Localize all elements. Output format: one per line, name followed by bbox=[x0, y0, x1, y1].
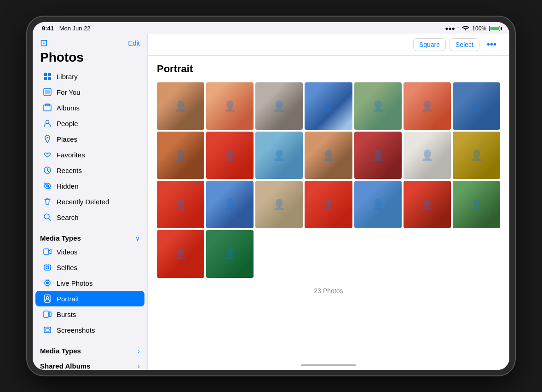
photo-cell-17[interactable] bbox=[255, 181, 303, 228]
svg-point-18 bbox=[46, 282, 49, 284]
svg-rect-5 bbox=[45, 90, 50, 94]
sidebar-nav-screenshots[interactable]: Screenshots bbox=[35, 322, 144, 338]
photo-cell-5[interactable] bbox=[354, 82, 402, 130]
photo-cell-4[interactable] bbox=[305, 82, 352, 130]
photo-placeholder-2 bbox=[206, 82, 254, 130]
library-icon bbox=[43, 72, 52, 81]
photo-placeholder-9 bbox=[206, 132, 254, 179]
photo-placeholder-21 bbox=[453, 181, 500, 228]
media-types-section-2-chevron-icon: › bbox=[138, 347, 140, 355]
svg-rect-2 bbox=[44, 77, 47, 80]
portrait-icon bbox=[43, 294, 52, 303]
sidebar-nav-videos[interactable]: Videos bbox=[35, 244, 144, 259]
sidebar-nav-selfies[interactable]: Selfies bbox=[35, 259, 144, 275]
photo-cell-21[interactable] bbox=[453, 181, 500, 228]
search-label: Search bbox=[57, 213, 79, 221]
for-you-label: For You bbox=[57, 88, 81, 96]
photo-cell-10[interactable] bbox=[255, 132, 303, 179]
device-screen: 9:41 Mon Jun 22 ●●● ↑ 100% bbox=[33, 22, 509, 370]
photo-grid bbox=[157, 82, 500, 278]
wifi-icon bbox=[462, 25, 469, 32]
svg-point-17 bbox=[46, 266, 49, 269]
for-you-icon bbox=[43, 87, 52, 97]
sidebar-nav-for-you[interactable]: For You bbox=[35, 84, 144, 100]
photo-cell-6[interactable] bbox=[404, 82, 451, 130]
sidebar-nav-portrait[interactable]: Portrait bbox=[35, 291, 144, 306]
sidebar-nav-live-photos[interactable]: Live Photos bbox=[35, 275, 144, 291]
photo-cell-2[interactable] bbox=[206, 82, 254, 130]
photo-cell-16[interactable] bbox=[206, 181, 254, 228]
sidebar-nav-recents[interactable]: Recents bbox=[35, 162, 144, 178]
sidebar-nav-favorites[interactable]: Favorites bbox=[35, 147, 144, 162]
svg-rect-16 bbox=[44, 265, 51, 270]
sidebar-nav-people[interactable]: People bbox=[35, 115, 144, 131]
portrait-label: Portrait bbox=[57, 295, 79, 303]
photo-placeholder-8 bbox=[157, 132, 204, 179]
photo-cell-13[interactable] bbox=[404, 132, 451, 179]
photo-cell-12[interactable] bbox=[354, 132, 402, 179]
sidebar-toggle-icon[interactable]: ⊡ bbox=[40, 37, 48, 48]
svg-rect-23 bbox=[44, 311, 48, 317]
screenshots-label: Screenshots bbox=[57, 326, 95, 334]
photo-placeholder-13 bbox=[404, 132, 451, 179]
selfies-icon bbox=[43, 263, 52, 272]
recents-label: Recents bbox=[57, 167, 82, 174]
square-button[interactable]: Square bbox=[413, 38, 446, 51]
photo-cell-19[interactable] bbox=[354, 181, 402, 228]
photo-cell-15[interactable] bbox=[157, 181, 204, 228]
main-scroll[interactable]: Portrait 23 Photos bbox=[148, 56, 509, 361]
media-types-section-header[interactable]: Media Types ∨ bbox=[33, 229, 147, 244]
photo-cell-20[interactable] bbox=[404, 181, 451, 228]
photo-cell-7[interactable] bbox=[453, 82, 500, 130]
albums-label: Albums bbox=[57, 104, 80, 112]
photo-cell-3[interactable] bbox=[255, 82, 303, 130]
photo-placeholder-7 bbox=[453, 82, 500, 130]
edit-button[interactable]: Edit bbox=[128, 39, 140, 47]
svg-rect-26 bbox=[46, 329, 49, 331]
photo-placeholder-1 bbox=[157, 82, 204, 130]
media-types-title: Media Types bbox=[40, 234, 81, 242]
sidebar-nav-albums[interactable]: Albums bbox=[35, 100, 144, 115]
recently-deleted-label: Recently Deleted bbox=[57, 198, 109, 206]
device-frame: 9:41 Mon Jun 22 ●●● ↑ 100% bbox=[27, 17, 515, 375]
photo-cell-9[interactable] bbox=[206, 132, 254, 179]
photo-cell-23[interactable] bbox=[206, 230, 254, 277]
recents-icon bbox=[43, 166, 52, 175]
sidebar-nav-places[interactable]: Places bbox=[35, 131, 144, 147]
photo-cell-11[interactable] bbox=[305, 132, 352, 179]
library-label: Library bbox=[57, 73, 78, 81]
more-button[interactable]: ••• bbox=[483, 37, 500, 52]
photo-cell-1[interactable] bbox=[157, 82, 204, 130]
photo-cell-18[interactable] bbox=[305, 181, 352, 228]
svg-line-14 bbox=[49, 219, 51, 221]
svg-line-12 bbox=[44, 183, 51, 189]
photo-cell-14[interactable] bbox=[453, 132, 500, 179]
hidden-label: Hidden bbox=[57, 182, 79, 190]
media-types-section-2-header[interactable]: Media Types › bbox=[33, 341, 147, 357]
shared-albums-section-header[interactable]: Shared Albums › bbox=[33, 357, 147, 370]
svg-point-22 bbox=[46, 297, 49, 299]
photo-placeholder-4 bbox=[305, 82, 352, 130]
photo-placeholder-11 bbox=[305, 132, 352, 179]
photo-cell-22[interactable] bbox=[157, 230, 204, 277]
screenshots-icon bbox=[43, 325, 52, 334]
videos-label: Videos bbox=[57, 248, 78, 256]
selfies-label: Selfies bbox=[57, 264, 77, 271]
photo-placeholder-20 bbox=[404, 181, 451, 228]
places-label: Places bbox=[57, 135, 77, 143]
sidebar-nav-recently-deleted[interactable]: Recently Deleted bbox=[35, 194, 144, 209]
sidebar-nav-bursts[interactable]: Bursts bbox=[35, 306, 144, 322]
media-types-section-2-title: Media Types bbox=[40, 347, 81, 355]
hidden-icon bbox=[43, 181, 52, 190]
select-button[interactable]: Select bbox=[450, 38, 479, 51]
sidebar-nav-library[interactable]: Library bbox=[35, 69, 144, 84]
sidebar-nav-hidden[interactable]: Hidden bbox=[35, 178, 144, 194]
sidebar-title: Photos bbox=[33, 50, 147, 69]
sidebar-nav-search[interactable]: Search bbox=[35, 209, 144, 225]
recently-deleted-icon bbox=[43, 197, 52, 206]
photo-placeholder-18 bbox=[305, 181, 352, 228]
photo-cell-8[interactable] bbox=[157, 132, 204, 179]
app-container: ⊡ Edit Photos Library bbox=[33, 34, 509, 370]
battery-fill bbox=[490, 27, 499, 30]
places-icon bbox=[43, 134, 52, 144]
